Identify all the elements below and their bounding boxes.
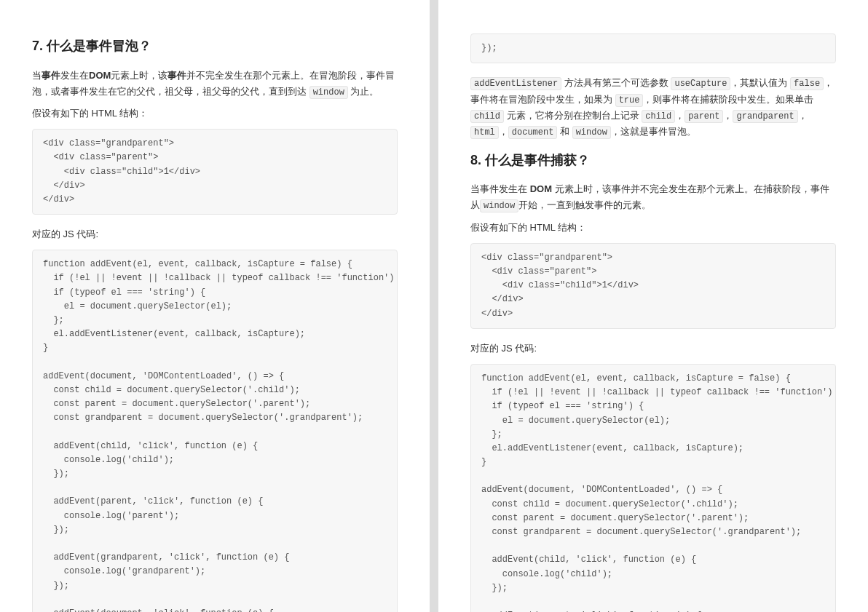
inline-code: parent: [684, 110, 723, 123]
inline-code: html: [470, 126, 499, 139]
text: ，: [798, 110, 808, 121]
page-right: }); addEventListener 方法具有第三个可选参数 useCapt…: [438, 0, 868, 612]
inline-code: window: [480, 199, 518, 212]
inline-code: grandparent: [733, 110, 797, 123]
text: 元素上时，该: [111, 70, 167, 81]
paragraph-addEventListener: addEventListener 方法具有第三个可选参数 useCapture，…: [470, 75, 836, 140]
text: ，: [723, 110, 733, 121]
text: 方法具有第三个可选参数: [561, 77, 671, 88]
paragraph-8b: 假设有如下的 HTML 结构：: [470, 220, 836, 236]
page-left: 7. 什么是事件冒泡？ 当事件发生在DOM元素上时，该事件并不完全发生在那个元素…: [0, 0, 430, 612]
text: 当事件发生在: [470, 183, 530, 194]
inline-code: false: [790, 77, 824, 90]
bold-text: 事件: [42, 70, 60, 81]
paragraph-7b: 假设有如下的 HTML 结构：: [32, 106, 398, 122]
paragraph-8a: 当事件发生在 DOM 元素上时，该事件并不完全发生在那个元素上。在捕获阶段，事件…: [470, 181, 836, 213]
inline-code: useCapture: [671, 77, 730, 90]
inline-code: true: [615, 94, 644, 107]
codeblock-tail: });: [470, 33, 836, 63]
paragraph-7c: 对应的 JS 代码:: [32, 226, 398, 242]
codeblock-html-8: <div class="grandparent"> <div class="pa…: [470, 243, 836, 329]
paragraph-7a: 当事件发生在DOM元素上时，该事件并不完全发生在那个元素上。在冒泡阶段，事件冒泡…: [32, 68, 398, 100]
text: ，则事件将在捕获阶段中发生。如果单击: [643, 94, 813, 105]
bold-text: 事件: [167, 70, 186, 81]
codeblock-js-7: function addEvent(el, event, callback, i…: [32, 250, 398, 612]
inline-code: child: [470, 110, 504, 123]
paragraph-8c: 对应的 JS 代码:: [470, 341, 836, 357]
text: ，其默认值为: [730, 77, 790, 88]
text: ，: [675, 110, 684, 121]
text: 元素，它将分别在控制台上记录: [504, 110, 642, 121]
text: 开始，一直到触发事件的元素。: [518, 199, 651, 210]
heading-8: 8. 什么是事件捕获？: [470, 149, 836, 172]
text: 当: [32, 70, 42, 81]
text: ，这就是事件冒泡。: [611, 126, 696, 137]
text: 和: [557, 126, 572, 137]
document-spread: 7. 什么是事件冒泡？ 当事件发生在DOM元素上时，该事件并不完全发生在那个元素…: [0, 0, 868, 612]
bold-text: DOM: [89, 70, 111, 81]
text: ，: [499, 126, 508, 137]
inline-code: addEventListener: [470, 77, 561, 90]
text: 发生在: [60, 70, 89, 81]
inline-code: document: [508, 126, 558, 139]
codeblock-html-7: <div class="grandparent"> <div class="pa…: [32, 129, 398, 215]
inline-code-window: window: [309, 86, 348, 99]
heading-7: 7. 什么是事件冒泡？: [32, 35, 398, 57]
inline-code: child: [642, 110, 675, 123]
codeblock-js-8: function addEvent(el, event, callback, i…: [470, 364, 836, 612]
bold-text: DOM: [530, 183, 552, 194]
inline-code: window: [572, 126, 611, 139]
text: 为止。: [348, 86, 379, 97]
